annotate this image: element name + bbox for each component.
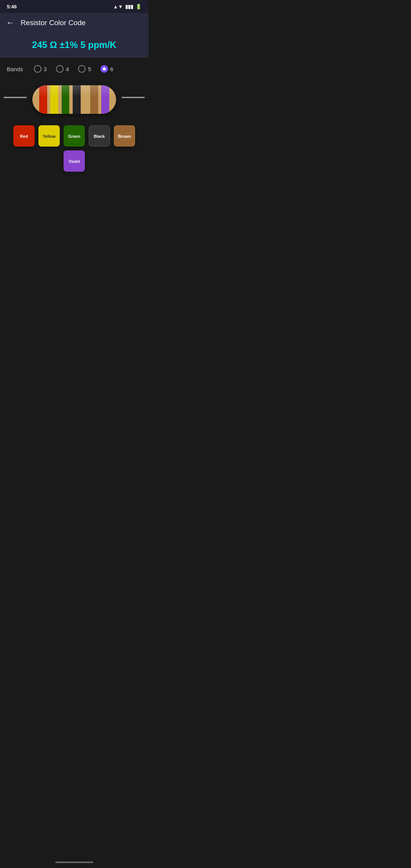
signal-icon: ▮▮▮ — [125, 4, 133, 10]
bands-6-option[interactable]: 6 — [100, 65, 113, 73]
band-spacer-3 — [69, 85, 72, 114]
band-1 — [39, 85, 47, 114]
band-spacer-2 — [58, 85, 61, 114]
swatch-red-label: Red — [20, 134, 28, 139]
bands-3-label: 3 — [44, 66, 47, 72]
swatch-green-label: Green — [68, 134, 80, 139]
value-banner: 245 Ω ±1% 5 ppm/K — [0, 33, 148, 57]
band-2 — [50, 85, 58, 114]
swatch-yellow-label: Yellow — [43, 134, 56, 139]
bands-4-radio[interactable] — [56, 65, 64, 73]
status-time: 5:46 — [7, 4, 17, 10]
band-spacer-4 — [81, 85, 90, 114]
band-4 — [73, 85, 81, 114]
bands-3-radio[interactable] — [34, 65, 41, 73]
bands-label: Bands — [7, 66, 23, 72]
bands-6-radio[interactable] — [100, 65, 108, 73]
bands-4-label: 4 — [66, 66, 69, 72]
app-bar: ← Resistor Color Code — [0, 13, 148, 33]
resistance-value: 245 Ω ±1% 5 ppm/K — [32, 40, 116, 50]
band-5 — [90, 85, 98, 114]
bands-6-label: 6 — [110, 66, 113, 72]
resistor-body — [32, 85, 116, 114]
band-6 — [101, 85, 109, 114]
status-bar: 5:46 ▲▼ ▮▮▮ 🔋 — [0, 0, 148, 13]
bands-5-label: 5 — [88, 66, 91, 72]
swatch-brown[interactable]: Brown — [114, 125, 135, 147]
swatch-black-label: Black — [94, 134, 105, 139]
swatch-black[interactable]: Black — [89, 125, 110, 147]
bands-3-option[interactable]: 3 — [34, 65, 47, 73]
swatch-violet-label: Violet — [68, 159, 80, 164]
bands-selector: Bands 3 4 5 6 — [0, 57, 148, 77]
swatch-brown-label: Brown — [118, 134, 131, 139]
swatch-red[interactable]: Red — [13, 125, 35, 147]
app-title: Resistor Color Code — [21, 19, 86, 27]
wire-left — [4, 97, 27, 98]
band-spacer-5 — [98, 85, 101, 114]
back-button[interactable]: ← — [6, 18, 14, 28]
band-3 — [62, 85, 70, 114]
color-swatches: Red Yellow Green Black Brown Violet — [0, 118, 148, 179]
band-spacer-1 — [47, 85, 50, 114]
bands-5-option[interactable]: 5 — [78, 65, 91, 73]
swatch-yellow[interactable]: Yellow — [38, 125, 60, 147]
bands-5-radio[interactable] — [78, 65, 86, 73]
bands-wrapper — [32, 85, 116, 114]
swatch-violet[interactable]: Violet — [64, 150, 85, 172]
bands-4-option[interactable]: 4 — [56, 65, 69, 73]
battery-icon: 🔋 — [135, 4, 142, 10]
resistor-visual — [0, 77, 148, 118]
wifi-icon: ▲▼ — [113, 4, 123, 10]
swatch-green[interactable]: Green — [64, 125, 85, 147]
wire-right — [122, 97, 145, 98]
